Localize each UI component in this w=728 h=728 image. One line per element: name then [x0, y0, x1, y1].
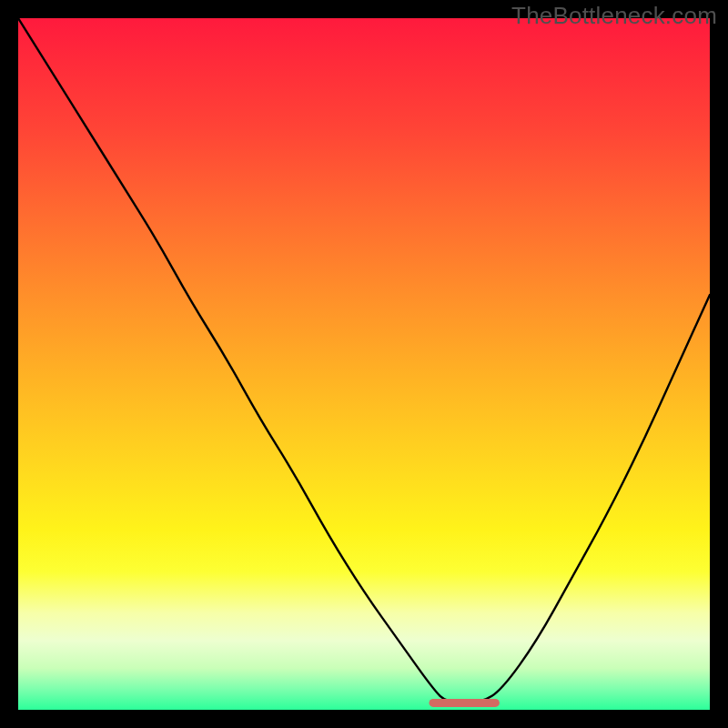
curve-layer	[18, 18, 710, 710]
watermark-text: TheBottleneck.com	[511, 2, 717, 30]
plot-area	[18, 18, 710, 710]
bottleneck-curve	[18, 18, 710, 703]
chart-frame: TheBottleneck.com	[0, 0, 728, 728]
